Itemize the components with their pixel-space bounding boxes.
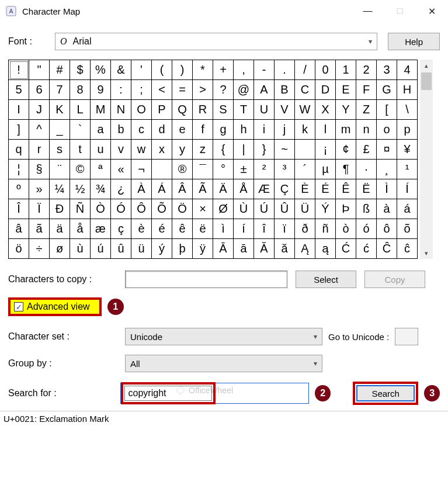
char-cell[interactable]: s (50, 140, 70, 160)
char-cell[interactable]: 0 (315, 60, 336, 80)
char-cell[interactable]: À (131, 179, 152, 199)
char-cell[interactable]: " (29, 60, 50, 80)
scrollbar[interactable]: ▴ ▾ (420, 60, 433, 259)
char-cell[interactable]: ç (111, 219, 131, 239)
char-cell[interactable]: È (295, 179, 315, 199)
char-cell[interactable]: Ã (193, 179, 213, 199)
char-cell[interactable]: ¾ (91, 179, 111, 199)
char-cell[interactable]: ą (315, 239, 336, 259)
char-cell[interactable]: Ą (295, 239, 315, 259)
char-cell[interactable]: = (172, 80, 193, 100)
char-cell[interactable]: ® (172, 160, 193, 179)
char-cell[interactable]: g (213, 120, 234, 140)
char-cell[interactable]: ! (9, 60, 29, 80)
char-cell[interactable]: Ñ (70, 199, 91, 219)
char-cell[interactable]: o (377, 120, 397, 140)
char-cell[interactable]: A (254, 80, 275, 100)
char-cell[interactable]: - (254, 60, 275, 80)
char-cell[interactable]: ã (29, 219, 50, 239)
char-cell[interactable]: n (356, 120, 377, 140)
char-cell[interactable]: 8 (70, 80, 91, 100)
char-cell[interactable]: 2 (356, 60, 377, 80)
char-cell[interactable]: 5 (9, 80, 29, 100)
char-cell[interactable]: Ö (172, 199, 193, 219)
char-cell[interactable]: ö (9, 239, 29, 259)
char-cell[interactable]: H (397, 80, 418, 100)
close-button[interactable]: ✕ (416, 0, 448, 22)
char-cell[interactable]: q (9, 140, 29, 160)
char-cell[interactable]: Õ (152, 199, 172, 219)
char-cell[interactable]: Ë (356, 179, 377, 199)
char-cell[interactable]: ½ (70, 179, 91, 199)
char-cell[interactable]: W (295, 100, 315, 120)
char-cell[interactable]: ¹ (397, 160, 418, 179)
char-cell[interactable]: , (234, 60, 254, 80)
char-cell[interactable]: ¼ (50, 179, 70, 199)
char-cell[interactable]: £ (356, 140, 377, 160)
char-cell[interactable]: X (315, 100, 336, 120)
goto-unicode-input[interactable] (395, 328, 418, 345)
char-cell[interactable]: Ý (315, 199, 336, 219)
copy-button[interactable]: Copy (364, 271, 425, 288)
char-cell[interactable]: ú (91, 239, 111, 259)
char-cell[interactable]: Ù (234, 199, 254, 219)
char-cell[interactable]: r (29, 140, 50, 160)
char-cell[interactable]: × (193, 199, 213, 219)
char-cell[interactable]: Ì (377, 179, 397, 199)
char-cell[interactable]: O (131, 100, 152, 120)
char-cell[interactable]: J (29, 100, 50, 120)
char-cell[interactable]: ¦ (9, 160, 29, 179)
char-cell[interactable]: ë (193, 219, 213, 239)
char-cell[interactable]: ÿ (193, 239, 213, 259)
char-cell[interactable]: Á (152, 179, 172, 199)
char-cell[interactable]: G (377, 80, 397, 100)
scroll-track[interactable] (420, 91, 433, 247)
char-cell[interactable]: ï (275, 219, 295, 239)
char-cell[interactable]: ì (213, 219, 234, 239)
char-cell[interactable]: Z (356, 100, 377, 120)
char-cell[interactable]: c (131, 120, 152, 140)
charset-select[interactable]: Unicode ▾ (125, 328, 322, 345)
char-cell[interactable]: à (377, 199, 397, 219)
scroll-thumb[interactable] (421, 72, 432, 90)
char-cell[interactable]: @ (234, 80, 254, 100)
char-cell[interactable]: ¢ (336, 140, 356, 160)
char-cell[interactable]: d (152, 120, 172, 140)
char-cell[interactable]: 9 (91, 80, 111, 100)
char-cell[interactable]: Ä (213, 179, 234, 199)
char-cell[interactable]: 1 (336, 60, 356, 80)
char-cell[interactable]: ² (254, 160, 275, 179)
char-cell[interactable]: â (9, 219, 29, 239)
char-cell[interactable]: ¨ (50, 160, 70, 179)
char-cell[interactable]: $ (70, 60, 91, 80)
char-cell[interactable]: ^ (29, 120, 50, 140)
char-cell[interactable]: ( (152, 60, 172, 80)
char-cell[interactable]: ¿ (111, 179, 131, 199)
char-cell[interactable]: 4 (397, 60, 418, 80)
char-cell[interactable]: ³ (275, 160, 295, 179)
char-cell[interactable]: p (397, 120, 418, 140)
char-cell[interactable]: } (254, 140, 275, 160)
char-cell[interactable]: Ð (50, 199, 70, 219)
char-cell[interactable]: V (275, 100, 295, 120)
char-cell[interactable]: Ú (254, 199, 275, 219)
help-button[interactable]: Help (388, 33, 440, 50)
char-cell[interactable]: · (356, 160, 377, 179)
char-cell[interactable]: 7 (50, 80, 70, 100)
char-cell[interactable]: C (295, 80, 315, 100)
char-cell[interactable]: ¸ (377, 160, 397, 179)
char-cell[interactable]: f (193, 120, 213, 140)
char-cell[interactable]: t (70, 140, 91, 160)
char-cell[interactable]: á (397, 199, 418, 219)
char-cell[interactable]: é (152, 219, 172, 239)
char-grid[interactable]: !"#$%&'()*+,-./0123456789:;<=>?@ABCDEFGH… (8, 60, 418, 259)
char-cell[interactable]: x (152, 140, 172, 160)
char-cell[interactable]: M (91, 100, 111, 120)
char-cell[interactable]: ð (295, 219, 315, 239)
char-cell[interactable]: T (234, 100, 254, 120)
char-cell[interactable]: ß (356, 199, 377, 219)
char-cell[interactable]: ô (377, 219, 397, 239)
char-cell[interactable]: î (254, 219, 275, 239)
char-cell[interactable]: ĉ (397, 239, 418, 259)
char-cell[interactable]: w (131, 140, 152, 160)
